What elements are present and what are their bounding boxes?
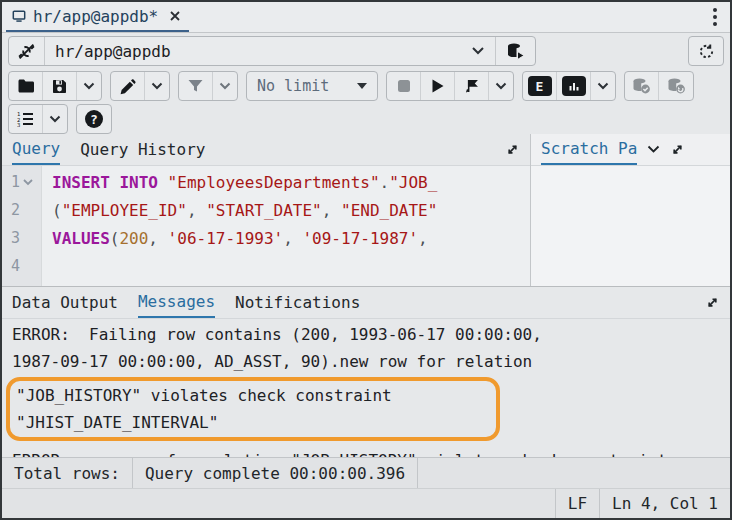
main-work-area: Query Query History 1 2 3 4 bbox=[2, 134, 730, 286]
tab-query-editor[interactable]: hr/app@appdb* bbox=[6, 2, 189, 32]
explain-button[interactable]: E bbox=[523, 72, 557, 100]
expand-panel-icon[interactable] bbox=[505, 134, 520, 165]
filter-options-chevron[interactable] bbox=[213, 72, 237, 100]
secondary-toolbar: 123 ? bbox=[2, 103, 730, 134]
expand-panel-icon[interactable] bbox=[670, 134, 685, 165]
tab-data-output[interactable]: Data Output bbox=[12, 287, 118, 318]
editor-gutter: 1 2 3 4 bbox=[2, 166, 42, 286]
explain-options-chevron[interactable] bbox=[591, 72, 615, 100]
explain-label: E bbox=[528, 76, 552, 96]
connection-selector[interactable]: hr/app@appdb bbox=[8, 36, 536, 66]
expand-panel-icon[interactable] bbox=[705, 287, 720, 318]
svg-text:3: 3 bbox=[17, 122, 20, 127]
execute-options-chevron[interactable] bbox=[489, 72, 513, 100]
tabbar-spacer bbox=[189, 2, 708, 32]
reset-layout-button[interactable] bbox=[688, 36, 724, 66]
document-tab-bar: hr/app@appdb* bbox=[2, 2, 730, 33]
save-button[interactable] bbox=[43, 72, 77, 100]
query-complete-status: Query complete 00:00:00.396 bbox=[133, 458, 417, 488]
edit-options-chevron[interactable] bbox=[145, 72, 169, 100]
line-number: 4 bbox=[2, 252, 41, 280]
sql-editor[interactable]: 1 2 3 4 INSERT INTO "EmployeesDepartment… bbox=[2, 166, 530, 286]
code-line bbox=[52, 252, 530, 280]
macros-button[interactable]: 123 bbox=[9, 105, 43, 133]
caret-down-icon bbox=[357, 83, 367, 89]
macros-chevron[interactable] bbox=[43, 105, 67, 133]
tab-notifications[interactable]: Notifications bbox=[235, 287, 360, 318]
line-number: 2 bbox=[2, 196, 41, 224]
error-message-line: "JHIST_DATE_INTERVAL" bbox=[16, 409, 490, 436]
tab-messages[interactable]: Messages bbox=[138, 287, 215, 318]
kebab-menu-icon[interactable] bbox=[708, 4, 722, 30]
query-panel: Query Query History 1 2 3 4 bbox=[2, 134, 531, 286]
commit-button[interactable] bbox=[625, 72, 659, 100]
scratch-pad-title[interactable]: Scratch Pa bbox=[541, 134, 637, 165]
limit-select[interactable]: No limit bbox=[247, 72, 377, 100]
filter-button[interactable] bbox=[179, 72, 213, 100]
close-icon[interactable] bbox=[169, 10, 181, 22]
editor-code[interactable]: INSERT INTO "EmployeesDepartments"."JOB_… bbox=[42, 166, 530, 286]
connection-label: hr/app@appdb bbox=[45, 42, 181, 61]
messages-output[interactable]: ERROR: Failing row contains (200, 1993-0… bbox=[2, 319, 730, 457]
stop-button[interactable] bbox=[387, 72, 421, 100]
output-panel-tabs: Data Output Messages Notifications bbox=[2, 287, 730, 319]
edit-button[interactable] bbox=[111, 72, 145, 100]
tab-query-history[interactable]: Query History bbox=[80, 134, 205, 165]
connection-icon bbox=[9, 37, 45, 65]
code-line: INSERT INTO "EmployeesDepartments"."JOB_ bbox=[52, 168, 530, 196]
tab-query[interactable]: Query bbox=[12, 134, 60, 165]
eol-indicator[interactable]: LF bbox=[556, 489, 599, 518]
chevron-down-icon[interactable] bbox=[461, 37, 495, 65]
code-line: ("EMPLOYEE_ID", "START_DATE", "END_DATE" bbox=[52, 196, 530, 224]
main-toolbar: No limit E bbox=[2, 69, 730, 103]
scratch-pad-header: Scratch Pa bbox=[531, 134, 730, 166]
execute-from-cursor-button[interactable] bbox=[455, 72, 489, 100]
save-options-chevron[interactable] bbox=[77, 72, 101, 100]
clipped-message-line: ERROR: new row for relation "JOB_HISTORY… bbox=[12, 447, 730, 457]
bar-chart-icon bbox=[562, 76, 586, 96]
connection-bar: hr/app@appdb bbox=[2, 33, 730, 69]
output-panel: Data Output Messages Notifications ERROR… bbox=[2, 286, 730, 457]
line-number[interactable]: 1 bbox=[2, 168, 41, 196]
query-tool-window: hr/app@appdb* hr/app@appdb bbox=[0, 0, 732, 520]
scratch-pad-body[interactable] bbox=[531, 166, 730, 286]
error-message-line: ERROR: Failing row contains (200, 1993-0… bbox=[12, 321, 730, 348]
status-bar: Total rows: Query complete 00:00:00.396 bbox=[2, 457, 730, 488]
limit-label: No limit bbox=[257, 77, 329, 95]
scratch-pad-panel: Scratch Pa bbox=[531, 134, 730, 286]
error-message-line: "JOB_HISTORY" violates check constraint bbox=[16, 382, 490, 409]
refresh-icon bbox=[698, 43, 715, 60]
code-line: VALUES(200, '06-17-1993', '09-17-1987', bbox=[52, 224, 530, 252]
editor-status-bar: LF Ln 4, Col 1 bbox=[2, 488, 730, 518]
monitor-icon bbox=[12, 9, 26, 23]
tab-title: hr/app@appdb* bbox=[33, 7, 158, 26]
rollback-button[interactable] bbox=[659, 72, 693, 100]
open-file-button[interactable] bbox=[9, 72, 43, 100]
total-rows-label: Total rows: bbox=[2, 458, 132, 488]
chevron-down-icon[interactable] bbox=[647, 134, 660, 165]
cursor-position: Ln 4, Col 1 bbox=[600, 489, 730, 518]
new-connection-icon[interactable] bbox=[495, 37, 535, 65]
error-highlight-annotation: "JOB_HISTORY" violates check constraint … bbox=[6, 377, 500, 441]
explain-analyze-button[interactable] bbox=[557, 72, 591, 100]
query-panel-tabs: Query Query History bbox=[2, 134, 530, 166]
svg-text:?: ? bbox=[90, 111, 98, 126]
error-message-line: 1987-09-17 00:00:00, AD_ASST, 90).new ro… bbox=[12, 348, 730, 375]
execute-button[interactable] bbox=[421, 72, 455, 100]
line-number: 3 bbox=[2, 224, 41, 252]
help-button[interactable]: ? bbox=[76, 104, 112, 134]
fold-chevron-icon bbox=[23, 179, 33, 186]
